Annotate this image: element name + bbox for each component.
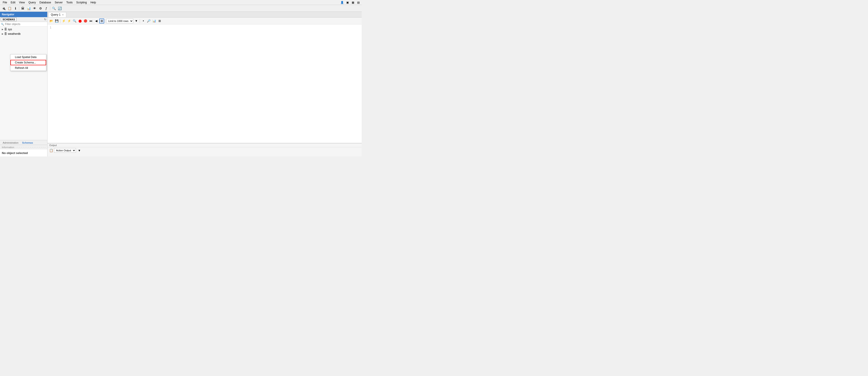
query-tab-close[interactable]: ✕ bbox=[62, 13, 64, 16]
schemas-tab-bar: SCHEMAS ↻ bbox=[0, 17, 47, 22]
create-func-btn[interactable]: ƒ bbox=[43, 6, 49, 11]
layout-icon3[interactable]: ▤ bbox=[356, 0, 361, 5]
context-menu: Load Spatial Data Create Schema... Refre… bbox=[10, 54, 46, 71]
tab-administration[interactable]: Administration bbox=[1, 141, 20, 145]
visual-explain-btn[interactable]: ⊞ bbox=[157, 19, 162, 24]
find-btn[interactable]: 🔎 bbox=[146, 19, 151, 24]
top-right-icons: 👤 ▣ ▦ ▤ bbox=[340, 0, 361, 5]
wrap-btn[interactable]: ⊞ bbox=[99, 19, 104, 24]
db-icon-weatherdb: 🗄 bbox=[4, 32, 7, 35]
navigator-header: Navigator bbox=[0, 12, 47, 17]
create-view-btn[interactable]: 👁 bbox=[32, 6, 37, 11]
bottom-tabs: Administration Schemas bbox=[0, 140, 47, 145]
run-selection-btn[interactable]: ⚡ bbox=[67, 19, 72, 24]
explain-btn[interactable]: 🔍 bbox=[72, 19, 77, 24]
navigator-title: Navigator bbox=[2, 13, 14, 16]
expand-arrow-weatherdb: ▶ bbox=[2, 33, 3, 35]
menu-help[interactable]: Help bbox=[89, 0, 98, 4]
new-conn-btn[interactable]: 🔌 bbox=[1, 6, 6, 11]
menu-database[interactable]: Database bbox=[38, 0, 53, 4]
editor-area[interactable]: 1 bbox=[48, 24, 362, 143]
menu-query[interactable]: Query bbox=[27, 0, 38, 4]
main-layout: Navigator SCHEMAS ↻ 🔍 ▶ 🗄 sys ▶ 🗄 weathe… bbox=[0, 12, 362, 157]
open-file-btn[interactable]: 📂 bbox=[49, 19, 54, 24]
output-area: Output 📋 Action Output ▼ bbox=[48, 143, 362, 157]
save-file-btn[interactable]: 💾 bbox=[54, 19, 59, 24]
schema-name-weatherdb: weatherdb bbox=[8, 32, 21, 35]
no-object-section: No object selected bbox=[0, 149, 47, 157]
search-btn[interactable]: 🔍 bbox=[51, 6, 57, 11]
menu-server[interactable]: Server bbox=[53, 0, 64, 4]
menu-view[interactable]: View bbox=[17, 0, 27, 4]
limit-select[interactable]: Limit to 1000 rows bbox=[106, 19, 133, 23]
left-panel: Navigator SCHEMAS ↻ 🔍 ▶ 🗄 sys ▶ 🗄 weathe… bbox=[0, 12, 48, 157]
menu-edit[interactable]: Edit bbox=[9, 0, 17, 4]
user-icon[interactable]: 👤 bbox=[340, 0, 344, 5]
expand-arrow-sys: ▶ bbox=[2, 28, 3, 31]
run-btn[interactable]: ⚡ bbox=[61, 19, 66, 24]
context-menu-create-schema[interactable]: Create Schema... bbox=[10, 60, 46, 65]
manage-conn-btn[interactable]: 📋 bbox=[7, 6, 12, 11]
menu-tools[interactable]: Tools bbox=[64, 0, 74, 4]
search-icon: 🔍 bbox=[1, 23, 4, 26]
exec-plan-btn[interactable]: 📊 bbox=[152, 19, 157, 24]
action-output-select[interactable]: Action Output bbox=[54, 148, 76, 153]
refresh-btn[interactable]: 🔴 bbox=[83, 19, 88, 24]
filter-container: 🔍 bbox=[0, 22, 47, 27]
layout-icon2[interactable]: ▦ bbox=[350, 0, 355, 5]
menu-scripting[interactable]: Scripting bbox=[74, 0, 89, 4]
query-tab-label: Query 1 bbox=[51, 13, 61, 16]
query-tab-1[interactable]: Query 1 ✕ bbox=[49, 12, 66, 17]
beautify-btn[interactable]: ✦ bbox=[141, 19, 146, 24]
info-label: Information bbox=[2, 146, 14, 148]
create-table-btn[interactable]: 📊 bbox=[26, 6, 31, 11]
menu-bar: File Edit View Query Database Server Too… bbox=[0, 0, 362, 5]
filter-input[interactable] bbox=[5, 23, 46, 26]
info-section: Information bbox=[0, 145, 47, 149]
line-number-1: 1 bbox=[50, 26, 51, 29]
right-panel: Query 1 ✕ 📂 💾 ⚡ ⚡ 🔍 ⬤ 🔴 ⏭ ◀ ⊞ Limit to 1… bbox=[48, 12, 362, 157]
reconnect-btn[interactable]: 🔄 bbox=[57, 6, 62, 11]
back-btn[interactable]: ◀ bbox=[94, 19, 99, 24]
schemas-tab[interactable]: SCHEMAS bbox=[1, 18, 17, 21]
schema-list: ▶ 🗄 sys ▶ 🗄 weatherdb bbox=[0, 27, 47, 140]
output-action-row: 📋 Action Output ▼ bbox=[48, 147, 362, 153]
tab-schemas[interactable]: Schemas bbox=[20, 141, 35, 145]
stop-btn[interactable]: ⬤ bbox=[78, 19, 83, 24]
action-dropdown-btn[interactable]: ▼ bbox=[77, 148, 82, 153]
query-toolbar: 📂 💾 ⚡ ⚡ 🔍 ⬤ 🔴 ⏭ ◀ ⊞ Limit to 1000 rows ▼… bbox=[48, 18, 362, 24]
info-btn[interactable]: ℹ bbox=[13, 6, 18, 11]
action-output-icon: 📋 bbox=[49, 148, 53, 152]
skip-btn[interactable]: ⏭ bbox=[88, 19, 93, 24]
schema-item-weatherdb[interactable]: ▶ 🗄 weatherdb bbox=[0, 32, 47, 36]
schema-item-sys[interactable]: ▶ 🗄 sys bbox=[0, 27, 47, 32]
context-menu-load-spatial[interactable]: Load Spatial Data bbox=[10, 55, 46, 60]
output-label: Output bbox=[48, 143, 362, 147]
no-object-label: No object selected bbox=[2, 151, 28, 155]
create-routine-btn[interactable]: ⚙ bbox=[38, 6, 43, 11]
query-tab-bar: Query 1 ✕ bbox=[48, 12, 362, 18]
db-icon-sys: 🗄 bbox=[4, 28, 7, 31]
context-menu-refresh-all[interactable]: Refresh All bbox=[10, 65, 46, 71]
schema-name-sys: sys bbox=[8, 28, 12, 31]
limit-dropdown-btn[interactable]: ▼ bbox=[134, 19, 139, 24]
menu-file[interactable]: File bbox=[1, 0, 9, 4]
layout-icon1[interactable]: ▣ bbox=[345, 0, 350, 5]
create-schema-btn[interactable]: 🏛 bbox=[20, 6, 26, 11]
main-toolbar: 🔌 📋 ℹ 🏛 📊 👁 ⚙ ƒ 🔍 🔄 bbox=[0, 5, 362, 12]
schemas-refresh-btn[interactable]: ↻ bbox=[44, 18, 46, 21]
